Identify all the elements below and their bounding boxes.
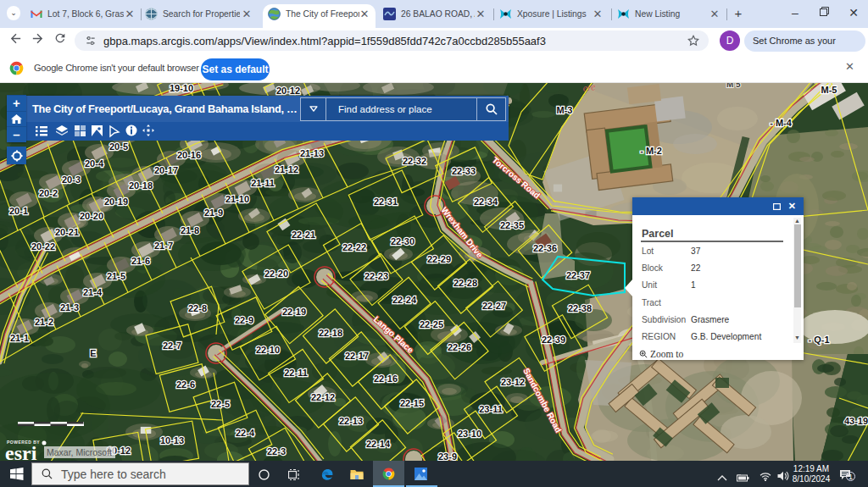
svg-text:22-26: 22-26 xyxy=(448,342,471,352)
svg-text:22-32: 22-32 xyxy=(403,156,426,166)
svg-text:20-16: 20-16 xyxy=(177,150,201,160)
svg-text:20-3: 20-3 xyxy=(62,174,81,185)
svg-text:22-30: 22-30 xyxy=(391,236,415,246)
svg-text:E: E xyxy=(90,348,96,358)
svg-text:21-1: 21-1 xyxy=(10,333,29,343)
svg-text:20-12: 20-12 xyxy=(276,86,300,96)
svg-text:21-12: 21-12 xyxy=(275,164,298,174)
svg-text:21-11: 21-11 xyxy=(251,178,275,188)
svg-text:22-11: 22-11 xyxy=(284,368,308,378)
svg-text:23-11: 23-11 xyxy=(479,404,503,414)
svg-text:23-12: 23-12 xyxy=(501,377,525,387)
svg-text:Maxar, Microsoft: Maxar, Microsoft xyxy=(47,447,112,457)
svg-text:22-10: 22-10 xyxy=(256,345,280,355)
svg-text:22-27: 22-27 xyxy=(482,301,506,311)
svg-text:20-21: 20-21 xyxy=(55,227,79,237)
svg-text:M 5: M 5 xyxy=(726,83,741,89)
svg-text:22-25: 22-25 xyxy=(420,319,443,329)
svg-text:22-23: 22-23 xyxy=(364,271,388,281)
svg-text:22-29: 22-29 xyxy=(427,254,451,264)
svg-text:22-17: 22-17 xyxy=(345,351,369,361)
svg-text:22-6: 22-6 xyxy=(176,379,195,390)
svg-text:M-3: M-3 xyxy=(557,105,573,115)
svg-text:22-28: 22-28 xyxy=(453,278,477,288)
svg-text:21-7: 21-7 xyxy=(154,241,173,251)
svg-text:22-14: 22-14 xyxy=(366,439,391,449)
svg-text:21-2: 21-2 xyxy=(35,317,53,327)
svg-text:22-12: 22-12 xyxy=(311,392,335,402)
svg-text:20-2: 20-2 xyxy=(39,188,58,198)
svg-text:22-5: 22-5 xyxy=(211,399,230,409)
svg-text:22-39: 22-39 xyxy=(542,335,565,345)
svg-text:22-37: 22-37 xyxy=(566,270,590,280)
svg-text:22-31: 22-31 xyxy=(374,196,398,207)
svg-text:22-38: 22-38 xyxy=(568,303,592,313)
svg-text:- M-2: - M-2 xyxy=(640,146,662,156)
svg-text:20-1: 20-1 xyxy=(9,206,28,216)
svg-text:20-22: 20-22 xyxy=(31,241,55,252)
svg-text:21-3: 21-3 xyxy=(60,302,79,313)
svg-text:22-33: 22-33 xyxy=(452,166,476,176)
svg-text:21-8: 21-8 xyxy=(181,225,199,235)
svg-text:- Q-1: - Q-1 xyxy=(808,335,829,345)
svg-text:22-8: 22-8 xyxy=(188,303,207,313)
svg-text:20-4: 20-4 xyxy=(85,158,104,169)
svg-text:21-13: 21-13 xyxy=(300,148,324,158)
svg-text:ere: ere xyxy=(581,83,596,94)
svg-text:23-10: 23-10 xyxy=(458,429,481,439)
svg-text:22-34: 22-34 xyxy=(474,196,498,207)
svg-text:20-17: 20-17 xyxy=(154,165,178,175)
svg-text:10-13: 10-13 xyxy=(160,435,184,445)
svg-text:21-4: 21-4 xyxy=(83,287,103,297)
svg-text:43-19: 43-19 xyxy=(844,416,868,426)
svg-text:20-19: 20-19 xyxy=(104,196,128,207)
svg-text:22-35: 22-35 xyxy=(500,220,524,230)
svg-text:22-24: 22-24 xyxy=(392,295,417,305)
svg-text:22-7: 22-7 xyxy=(163,340,181,351)
svg-text:22-20: 22-20 xyxy=(264,268,288,279)
svg-text:20-18: 20-18 xyxy=(129,180,153,191)
svg-text:22-9: 22-9 xyxy=(235,315,253,325)
svg-text:23-9: 23-9 xyxy=(438,451,457,461)
svg-text:22-3: 22-3 xyxy=(267,446,286,457)
svg-text:22-21: 22-21 xyxy=(292,230,315,240)
svg-text:21-9: 21-9 xyxy=(204,208,223,218)
svg-text:20-20: 20-20 xyxy=(80,211,103,221)
svg-text:21-10: 21-10 xyxy=(225,194,249,204)
svg-text:22-19: 22-19 xyxy=(282,307,306,317)
svg-text:22-13: 22-13 xyxy=(339,416,363,426)
svg-text:22-4: 22-4 xyxy=(236,428,255,438)
svg-text:- M-4: - M-4 xyxy=(770,118,793,128)
svg-text:22-18: 22-18 xyxy=(319,328,342,338)
svg-text:22-16: 22-16 xyxy=(374,374,398,384)
svg-text:22-36: 22-36 xyxy=(533,243,557,253)
svg-text:19-10: 19-10 xyxy=(170,83,193,93)
svg-text:22-22: 22-22 xyxy=(342,242,366,252)
svg-text:esri: esri xyxy=(5,442,37,461)
svg-text:21-6: 21-6 xyxy=(131,256,150,266)
svg-text:22-15: 22-15 xyxy=(400,398,424,408)
svg-text:M-5: M-5 xyxy=(821,85,837,95)
svg-text:21-5: 21-5 xyxy=(107,271,125,281)
svg-text:20-5: 20-5 xyxy=(109,141,128,152)
